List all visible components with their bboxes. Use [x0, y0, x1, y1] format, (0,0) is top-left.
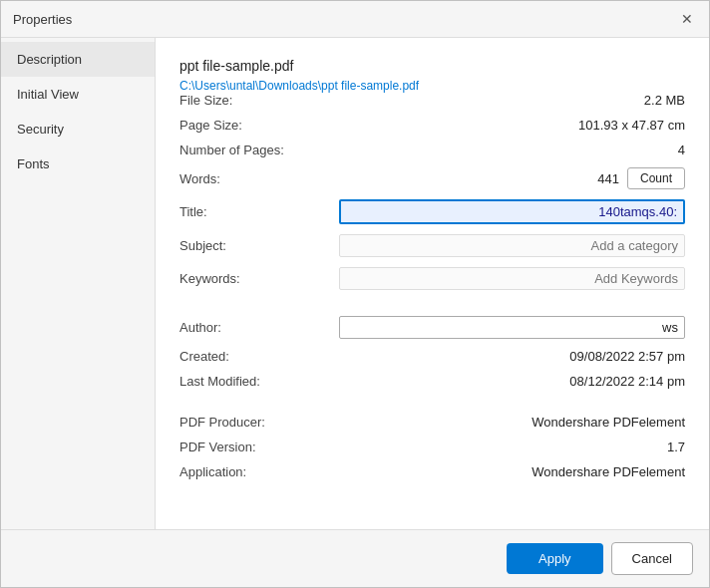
application-row: Application: Wondershare PDFelement	[179, 464, 685, 479]
content-area: ppt file-sample.pdf C:\Users\untal\Downl…	[156, 38, 709, 529]
pdf-version-label: PDF Version:	[179, 440, 339, 454]
keywords-label: Keywords:	[179, 271, 339, 286]
sidebar-item-fonts[interactable]: Fonts	[1, 147, 155, 181]
last-modified-value: 08/12/2022 2:14 pm	[339, 374, 685, 389]
application-label: Application:	[179, 464, 339, 479]
pdf-version-value: 1.7	[339, 440, 685, 454]
page-size-label: Page Size:	[179, 118, 339, 133]
title-row: Title:	[179, 199, 685, 224]
title-bar: Properties ✕	[1, 1, 709, 38]
file-size-label: File Size:	[179, 93, 339, 108]
sidebar-item-initial-view[interactable]: Initial View	[1, 77, 155, 112]
words-value: 441	[339, 171, 619, 186]
author-row: Author:	[179, 316, 685, 339]
application-value: Wondershare PDFelement	[339, 464, 685, 479]
close-button[interactable]: ✕	[677, 9, 697, 29]
last-modified-row: Last Modified: 08/12/2022 2:14 pm	[179, 374, 685, 389]
words-label: Words:	[179, 171, 339, 186]
page-size-row: Page Size: 101.93 x 47.87 cm	[179, 118, 685, 133]
file-size-row: File Size: 2.2 MB	[179, 93, 685, 108]
title-label: Title:	[179, 204, 339, 219]
page-size-value: 101.93 x 47.87 cm	[339, 118, 685, 133]
file-path[interactable]: C:\Users\untal\Downloads\ppt file-sample…	[179, 79, 419, 93]
keywords-input[interactable]	[339, 267, 685, 290]
title-input[interactable]	[339, 199, 685, 224]
num-pages-value: 4	[339, 143, 685, 157]
file-size-value: 2.2 MB	[339, 93, 685, 108]
sidebar-item-security[interactable]: Security	[1, 112, 155, 147]
last-modified-label: Last Modified:	[179, 374, 339, 389]
sidebar: Description Initial View Security Fonts	[1, 38, 156, 529]
subject-row: Subject:	[179, 234, 685, 257]
num-pages-row: Number of Pages: 4	[179, 143, 685, 157]
dialog-title: Properties	[13, 12, 72, 27]
count-button[interactable]: Count	[627, 167, 685, 189]
subject-input[interactable]	[339, 234, 685, 257]
words-row: Words: 441 Count	[179, 167, 685, 189]
dialog-body: Description Initial View Security Fonts …	[1, 38, 709, 529]
pdf-producer-label: PDF Producer:	[179, 415, 339, 430]
created-value: 09/08/2022 2:57 pm	[339, 349, 685, 364]
properties-dialog: Properties ✕ Description Initial View Se…	[0, 0, 710, 588]
dialog-footer: Apply Cancel	[1, 529, 709, 587]
file-name: ppt file-sample.pdf	[179, 58, 685, 74]
cancel-button[interactable]: Cancel	[611, 542, 693, 575]
keywords-row: Keywords:	[179, 267, 685, 290]
created-row: Created: 09/08/2022 2:57 pm	[179, 349, 685, 364]
pdf-producer-value: Wondershare PDFelement	[339, 415, 685, 430]
created-label: Created:	[179, 349, 339, 364]
pdf-version-row: PDF Version: 1.7	[179, 440, 685, 454]
pdf-producer-row: PDF Producer: Wondershare PDFelement	[179, 415, 685, 430]
num-pages-label: Number of Pages:	[179, 143, 339, 157]
subject-label: Subject:	[179, 238, 339, 253]
author-input[interactable]	[339, 316, 685, 339]
sidebar-item-description[interactable]: Description	[1, 42, 155, 77]
apply-button[interactable]: Apply	[507, 543, 603, 574]
author-label: Author:	[179, 320, 339, 335]
